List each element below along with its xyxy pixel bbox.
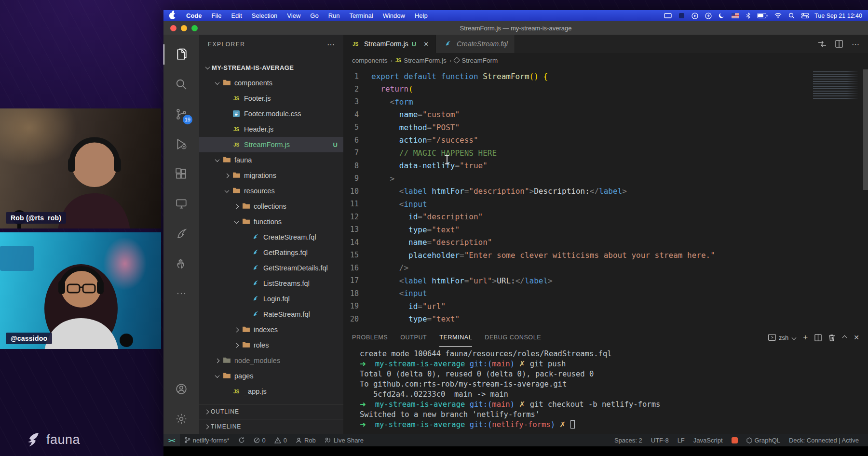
tree-item-node-modules[interactable]: node_modules <box>199 353 343 368</box>
status-sync-changes[interactable] <box>234 434 249 446</box>
menu-go[interactable]: Go <box>305 12 323 19</box>
close-tab-icon[interactable]: ✕ <box>423 40 429 48</box>
status-deck-status[interactable]: Deck: Connected | Active <box>785 434 863 446</box>
do-not-disturb-moon-icon[interactable] <box>719 13 725 19</box>
panel-tab-output[interactable]: OUTPUT <box>400 328 427 347</box>
editor-scrollbar[interactable] <box>863 69 868 190</box>
status-git-branch[interactable]: netlify-forms* <box>180 434 234 446</box>
menu-file[interactable]: File <box>207 12 227 19</box>
tree-item-getratings-fql[interactable]: GetRatings.fql <box>199 245 343 260</box>
tree-item-indexes[interactable]: indexes <box>199 322 343 337</box>
timeline-section[interactable]: TIMELINE <box>199 419 343 434</box>
more-views-icon[interactable] <box>163 279 199 308</box>
tree-item-login-fql[interactable]: Login.fql <box>199 291 343 307</box>
shortcuts-icon[interactable] <box>705 13 712 19</box>
account-icon[interactable] <box>163 374 199 404</box>
status-remote-indicator[interactable]: >< <box>163 434 180 446</box>
terminal-output[interactable]: create mode 100644 fauna/resources/roles… <box>343 347 868 434</box>
tree-item-pages[interactable]: pages <box>199 368 343 384</box>
menu-bar-clock[interactable]: Tue Sep 21 12:40 <box>814 13 862 19</box>
screen-record-icon[interactable] <box>678 13 685 19</box>
remote-explorer-icon[interactable] <box>163 189 199 219</box>
tree-item-my-stream-is-average[interactable]: MY-STREAM-IS-AVERAGE <box>199 60 343 75</box>
split-editor-icon[interactable] <box>835 40 843 48</box>
code-editor[interactable]: 1export default function StreamForm() {2… <box>343 67 868 328</box>
tree-item-ratestream-fql[interactable]: RateStream.fql <box>199 307 343 322</box>
tree-item-collections[interactable]: collections <box>199 199 343 214</box>
tree-item-app-js[interactable]: JS_app.js <box>199 384 343 399</box>
tree-item-resources[interactable]: resources <box>199 183 343 199</box>
menu-help[interactable]: Help <box>410 12 433 19</box>
menu-view[interactable]: View <box>282 12 305 19</box>
status-encoding[interactable]: UTF-8 <box>647 434 673 446</box>
tree-item-streamform-js[interactable]: JSStreamForm.jsU <box>199 137 343 152</box>
tree-item-footer-js[interactable]: JSFooter.js <box>199 91 343 106</box>
traffic-light-zoom[interactable] <box>191 25 198 31</box>
breadcrumb-components[interactable]: components <box>352 57 388 64</box>
close-panel-icon[interactable]: ✕ <box>854 334 859 341</box>
play-circle-icon[interactable] <box>692 13 698 19</box>
status-indentation[interactable]: Spaces: 2 <box>610 434 647 446</box>
spotlight-search-icon[interactable] <box>788 13 795 19</box>
tree-item-createstream-fql[interactable]: CreateStream.fql <box>199 229 343 245</box>
apple-menu-icon[interactable] <box>169 13 176 19</box>
tab-streamform-js[interactable]: JSStreamForm.jsU✕ <box>343 35 436 53</box>
maximize-panel-icon[interactable] <box>842 335 847 340</box>
tree-item-liststreams-fql[interactable]: ListStreams.fql <box>199 276 343 291</box>
extensions-icon[interactable] <box>163 159 199 189</box>
status-language-mode[interactable]: JavaScript <box>689 434 727 446</box>
status-live-share[interactable]: Live Share <box>320 434 368 446</box>
menu-edit[interactable]: Edit <box>226 12 246 19</box>
menu-selection[interactable]: Selection <box>247 12 282 19</box>
tree-item-migrations[interactable]: migrations <box>199 168 343 183</box>
tree-item-getstreamdetails-fql[interactable]: GetStreamDetails.fql <box>199 260 343 276</box>
tree-item-fauna[interactable]: fauna <box>199 152 343 168</box>
battery-icon[interactable] <box>757 13 768 18</box>
menu-terminal[interactable]: Terminal <box>345 12 378 19</box>
status-extension-status[interactable] <box>727 434 742 446</box>
breadcrumb-streamform[interactable]: StreamForm <box>454 57 498 64</box>
tree-item-roles[interactable]: roles <box>199 337 343 353</box>
panel-tab-debug-console[interactable]: DEBUG CONSOLE <box>485 328 541 347</box>
panel-tab-problems[interactable]: PROBLEMS <box>352 328 388 347</box>
status-graphql-status[interactable]: GraphQL <box>742 434 785 446</box>
source-control-icon[interactable]: 19 <box>163 99 199 129</box>
split-terminal-icon[interactable] <box>814 334 822 341</box>
minimap[interactable] <box>813 71 861 99</box>
keyboard-flag-icon[interactable] <box>732 13 739 18</box>
bluetooth-icon[interactable] <box>746 13 750 19</box>
tab-createstream-fql[interactable]: CreateStream.fql <box>436 35 515 53</box>
panel-tab-terminal[interactable]: TERMINAL <box>439 328 472 347</box>
liveshare-hand-icon[interactable] <box>163 249 199 279</box>
tree-item-footer-module-css[interactable]: #Footer.module.css <box>199 106 343 121</box>
tab-label: StreamForm.js <box>364 40 408 48</box>
display-mirroring-icon[interactable] <box>664 13 672 19</box>
explorer-icon[interactable] <box>163 40 199 69</box>
tree-item-functions[interactable]: functions <box>199 214 343 229</box>
wifi-icon[interactable] <box>774 13 782 18</box>
terminal-shell-selector[interactable]: > zsh <box>768 334 796 341</box>
control-center-icon[interactable] <box>801 13 809 18</box>
status-eol[interactable]: LF <box>673 434 689 446</box>
new-terminal-icon[interactable]: + <box>803 333 808 342</box>
outline-section[interactable]: OUTLINE <box>199 404 343 419</box>
explorer-more-actions-icon[interactable]: ⋯ <box>327 40 335 49</box>
kill-terminal-trash-icon[interactable] <box>828 334 835 341</box>
status-errors[interactable]: 0 <box>249 434 270 446</box>
run-debug-icon[interactable] <box>163 129 199 159</box>
menu-run[interactable]: Run <box>324 12 345 19</box>
traffic-light-minimize[interactable] <box>181 25 187 31</box>
fauna-extension-icon[interactable] <box>163 219 199 249</box>
editor-more-actions-icon[interactable]: ⋯ <box>852 40 859 49</box>
breadcrumb-streamform-js[interactable]: JSStreamForm.js <box>395 57 447 64</box>
status-warnings[interactable]: 0 <box>270 434 291 446</box>
search-icon[interactable] <box>163 69 199 99</box>
traffic-light-close[interactable] <box>170 25 176 31</box>
menu-code[interactable]: Code <box>181 12 207 19</box>
status-liveshare-user[interactable]: Rob <box>291 434 320 446</box>
settings-gear-icon[interactable] <box>163 404 199 434</box>
tree-item-header-js[interactable]: JSHeader.js <box>199 121 343 137</box>
tree-item-components[interactable]: components <box>199 75 343 91</box>
menu-window[interactable]: Window <box>378 12 410 19</box>
open-changes-icon[interactable] <box>818 40 827 48</box>
